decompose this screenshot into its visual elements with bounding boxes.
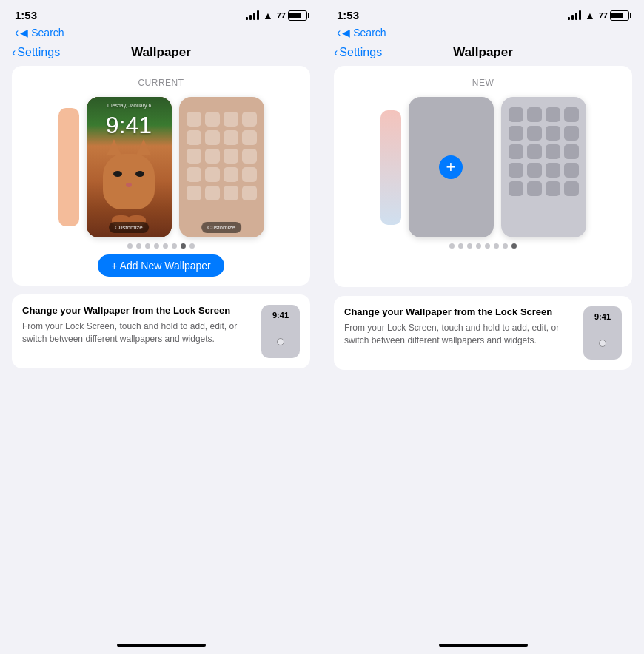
info-text-left: Change your Wallpaper from the Lock Scre…	[22, 305, 254, 345]
phone-mini-left: 9:41	[261, 305, 300, 358]
rdot-6	[503, 243, 508, 249]
home-bar-line-left	[117, 644, 206, 647]
status-icons-left: ▲ 77	[246, 10, 307, 21]
home-bar-left	[0, 639, 322, 654]
chevron-nav-right: ‹	[334, 46, 338, 59]
side-peek-left	[58, 108, 79, 226]
signal-icon-left	[246, 10, 259, 20]
info-body-left: From your Lock Screen, touch and hold to…	[22, 320, 254, 345]
content-left: CURRENT	[0, 66, 322, 639]
dot-5	[172, 243, 177, 249]
new-app-row-2	[506, 126, 582, 141]
info-card-left: Change your Wallpaper from the Lock Scre…	[12, 294, 310, 368]
lock-screen-preview[interactable]: Tuesday, January 6 9:41 Customize	[87, 97, 172, 237]
status-bar-left: 1:53 ▲ 77	[0, 0, 322, 24]
home-bg	[179, 97, 264, 237]
add-new-icon[interactable]: +	[439, 155, 463, 179]
status-icons-right: ▲ 77	[568, 10, 629, 21]
battery-label-left: 77	[277, 11, 286, 20]
mini-dot-left	[277, 338, 284, 345]
mini-dot-right	[599, 340, 606, 347]
new-app-row-1	[506, 107, 582, 122]
customize-btn-home[interactable]: Customize	[201, 222, 241, 233]
rdot-3	[476, 243, 481, 249]
rdot-0	[449, 243, 455, 249]
rdot-7-active	[511, 243, 517, 249]
lock-date-left: Tuesday, January 6	[87, 103, 172, 108]
lock-time-left: 9:41	[87, 112, 172, 139]
phone-mini-right: 9:41	[583, 306, 622, 360]
info-body-right: From your Lock Screen, touch and hold to…	[344, 322, 576, 347]
panel-left: 1:53 ▲ 77 ‹ ◀ Search	[0, 0, 322, 654]
chevron-nav-left: ‹	[12, 46, 16, 59]
card-label-left: CURRENT	[138, 78, 184, 88]
new-home-bg	[501, 97, 586, 237]
time-right: 1:53	[337, 9, 359, 21]
new-home-preview[interactable]	[501, 97, 586, 237]
rdot-2	[467, 243, 472, 249]
dot-7	[189, 243, 195, 249]
app-row-1	[184, 112, 260, 127]
dot-3	[154, 243, 159, 249]
new-app-row-4	[506, 163, 582, 178]
chevron-search-right: ‹	[337, 26, 341, 39]
battery-icon-left	[288, 10, 307, 21]
nav-back-label-left: Settings	[17, 46, 60, 59]
dot-6-active	[181, 243, 186, 249]
search-back-label-left: ◀ Search	[20, 27, 64, 38]
home-screen-preview[interactable]: Customize	[179, 97, 264, 237]
info-title-right: Change your Wallpaper from the Lock Scre…	[344, 306, 576, 319]
info-card-right: Change your Wallpaper from the Lock Scre…	[334, 296, 632, 370]
card-label-right: NEW	[472, 78, 494, 88]
wallpaper-card-right: NEW +	[334, 66, 632, 287]
add-wallpaper-button[interactable]: + Add New Wallpaper	[98, 254, 224, 277]
previews-row-left: Tuesday, January 6 9:41 Customize	[24, 97, 298, 237]
mini-time-right: 9:41	[594, 312, 611, 321]
nav-bar-left: ‹ Settings Wallpaper	[0, 42, 322, 66]
battery-icon-right	[610, 10, 629, 21]
dot-4	[163, 243, 168, 249]
rdot-5	[494, 243, 499, 249]
nav-back-right[interactable]: ‹ Settings	[334, 46, 382, 59]
dot-1	[136, 243, 141, 249]
wifi-icon-right: ▲	[585, 10, 595, 21]
cat-face	[103, 154, 155, 209]
nav-title-left: Wallpaper	[131, 45, 191, 60]
status-bar-right: 1:53 ▲ 77	[322, 0, 644, 24]
previews-row-right: +	[346, 97, 620, 237]
time-left: 1:53	[15, 9, 37, 21]
info-text-right: Change your Wallpaper from the Lock Scre…	[344, 306, 576, 346]
side-peek-right	[380, 110, 401, 225]
search-back-right[interactable]: ‹ ◀ Search	[322, 24, 644, 42]
battery-container-left: 77	[277, 10, 307, 21]
battery-label-right: 77	[599, 11, 608, 20]
content-right: NEW +	[322, 66, 644, 639]
new-app-row-3	[506, 144, 582, 159]
nav-back-label-right: Settings	[339, 46, 382, 59]
page-dots-left	[127, 243, 195, 249]
chevron-search-left: ‹	[15, 26, 19, 39]
app-row-4	[184, 167, 260, 182]
dot-2	[145, 243, 150, 249]
rdot-1	[458, 243, 463, 249]
rdot-4	[485, 243, 490, 249]
battery-container-right: 77	[599, 10, 629, 21]
app-row-2	[184, 130, 260, 145]
home-bar-right	[322, 639, 644, 654]
info-title-left: Change your Wallpaper from the Lock Scre…	[22, 305, 254, 317]
search-back-left[interactable]: ‹ ◀ Search	[0, 24, 322, 42]
new-lock-preview[interactable]: +	[409, 97, 494, 237]
signal-icon-right	[568, 10, 581, 20]
wallpaper-card-left: CURRENT	[12, 66, 310, 286]
nav-bar-right: ‹ Settings Wallpaper	[322, 42, 644, 66]
app-row-3	[184, 149, 260, 164]
nav-back-left[interactable]: ‹ Settings	[12, 46, 60, 59]
dot-0	[127, 243, 133, 249]
nav-title-right: Wallpaper	[453, 45, 513, 60]
search-back-label-right: ◀ Search	[342, 27, 386, 38]
new-lock-bg: +	[409, 97, 494, 237]
customize-btn-lock[interactable]: Customize	[109, 222, 149, 233]
new-app-row-5	[506, 181, 582, 196]
app-row-5	[184, 186, 260, 200]
page-dots-right	[449, 243, 517, 249]
